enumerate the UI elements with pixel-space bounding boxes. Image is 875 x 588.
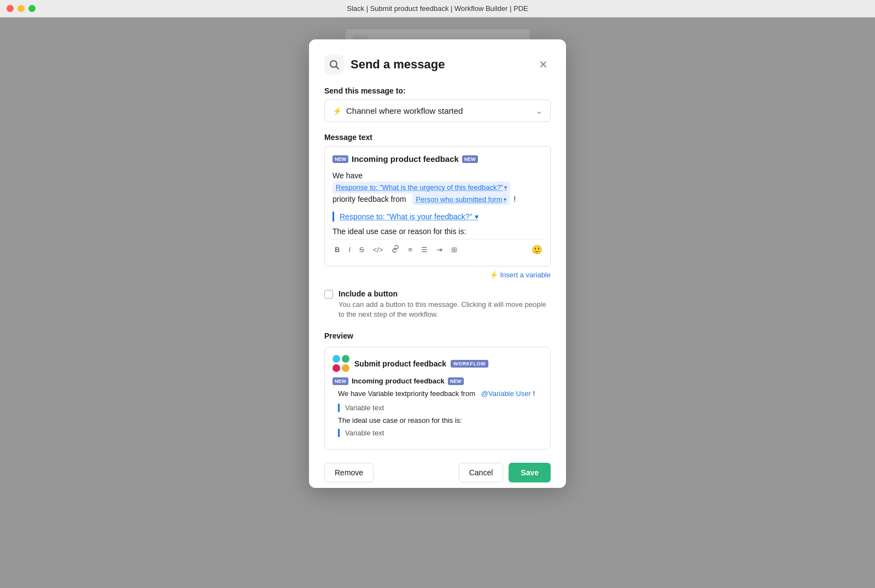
chevron-icon-2: ▾ (504, 195, 506, 203)
preview-new-badge: NEW (332, 377, 348, 385)
include-button-content: Include a button You can add a button to… (339, 289, 551, 319)
recipient-icon: ⚡ (332, 107, 342, 115)
preview-dot-red (332, 364, 340, 372)
preview-dot-blue (332, 355, 340, 363)
lightning-icon: ⚡ (489, 271, 498, 279)
variable-chip-2[interactable]: Person who submitted form ▾ (412, 194, 509, 206)
strikethrough-button[interactable]: S (357, 244, 366, 255)
new-badge-2: NEW (462, 155, 478, 163)
workflow-badge: WORKFLOW (451, 360, 488, 368)
emoji-button[interactable]: 🙂 (532, 244, 542, 255)
new-badge-1: NEW (332, 155, 348, 163)
toolbar-icons: B I S </> ≡ ☰ ⇥ ⊞ (332, 244, 459, 255)
modal-header: Send a message ✕ (324, 55, 551, 74)
preview-app-icons (332, 355, 350, 372)
preview-dot-yellow (342, 364, 349, 372)
code-button[interactable]: </> (371, 244, 386, 255)
modal-overlay[interactable]: Send a message ✕ Send this message to: ⚡… (0, 18, 875, 588)
preview-label: Preview (324, 331, 551, 340)
svg-line-1 (336, 67, 339, 69)
italic-button[interactable]: I (346, 244, 353, 255)
unordered-list-button[interactable]: ☰ (419, 244, 430, 255)
preview-plain-text: The ideal use case or reason for this is… (338, 416, 542, 424)
preview-blockquote-text: Variable text (345, 404, 384, 412)
preview-blockquote: Variable text (338, 404, 542, 412)
preview-body-text-content: We have Variable textpriority feedback f… (338, 389, 475, 398)
window-controls[interactable] (7, 5, 36, 12)
message-text-label: Message text (324, 133, 551, 142)
bold-button[interactable]: B (332, 244, 342, 255)
message-heading-text: Incoming product feedback (352, 154, 459, 164)
window-title: Slack | Submit product feedback | Workfl… (347, 4, 528, 13)
include-button-row: Include a button You can add a button to… (324, 289, 551, 319)
modal-footer: Remove Cancel Save (324, 463, 551, 482)
titlebar: Slack | Submit product feedback | Workfl… (0, 0, 875, 18)
close-modal-button[interactable]: ✕ (535, 57, 551, 72)
maximize-button[interactable] (28, 5, 36, 12)
message-plain-text: The ideal use case or reason for this is… (332, 227, 542, 236)
editor-toolbar: B I S </> ≡ ☰ ⇥ ⊞ 🙂 (332, 239, 542, 255)
send-message-modal: Send a message ✕ Send this message to: ⚡… (309, 39, 566, 488)
send-to-dropdown[interactable]: ⚡ Channel where workflow started ⌄ (324, 100, 551, 122)
preview-app-name: Submit product feedback (354, 359, 446, 368)
include-button-checkbox[interactable] (324, 290, 333, 299)
svg-point-0 (330, 61, 337, 67)
preview-variable-text2: Variable text (345, 429, 384, 437)
preview-box: Submit product feedback WORKFLOW NEW Inc… (324, 347, 551, 450)
block-button[interactable]: ⊞ (449, 244, 459, 255)
minimize-button[interactable] (18, 5, 25, 12)
recipient-text: Channel where workflow started (346, 106, 531, 115)
preview-blockquote-2: Variable text (338, 429, 542, 437)
preview-variable-user: @Variable User (481, 389, 531, 398)
send-to-label: Send this message to: (324, 86, 551, 95)
cancel-button[interactable]: Cancel (459, 463, 504, 482)
body-suffix: ! (514, 195, 516, 203)
preview-header: Submit product feedback WORKFLOW (332, 355, 542, 372)
insert-variable-button[interactable]: ⚡ Insert a variable (489, 271, 551, 279)
preview-new-badge-2: NEW (448, 377, 464, 385)
remove-button[interactable]: Remove (324, 463, 374, 482)
chevron-icon: ▾ (504, 183, 507, 191)
variable-chip-1[interactable]: Response to: "What is the urgency of thi… (332, 182, 510, 194)
message-editor[interactable]: NEW Incoming product feedback NEW We hav… (324, 146, 551, 266)
include-button-label: Include a button (339, 289, 551, 298)
ordered-list-button[interactable]: ≡ (406, 244, 415, 255)
blockquote-variable[interactable]: Response to: "What is your feedback?" ▾ (340, 212, 479, 221)
preview-body-text: We have Variable textpriority feedback f… (338, 388, 542, 399)
body-middle: priority feedback from (332, 195, 406, 203)
blockquote-area: Response to: "What is your feedback?" ▾ (332, 212, 542, 222)
link-button[interactable] (389, 244, 401, 255)
modal-header-icon (324, 55, 344, 74)
preview-exclamation: ! (533, 389, 535, 398)
body-prefix: We have (332, 171, 363, 180)
include-button-description: You can add a button to this message. Cl… (339, 300, 551, 319)
save-button[interactable]: Save (509, 463, 551, 482)
preview-body: We have Variable textpriority feedback f… (332, 388, 542, 437)
message-body: We have Response to: "What is the urgenc… (332, 170, 542, 205)
preview-message-row: NEW Incoming product feedback NEW (332, 377, 542, 385)
chevron-icon-3: ▾ (475, 212, 479, 221)
insert-variable-row: ⚡ Insert a variable (324, 270, 551, 280)
footer-right-buttons: Cancel Save (459, 463, 551, 482)
chevron-down-icon: ⌄ (535, 106, 542, 116)
message-heading-row: NEW Incoming product feedback NEW (332, 154, 542, 164)
close-button[interactable] (7, 5, 14, 12)
preview-message-title: Incoming product feedback (352, 377, 445, 385)
indent-button[interactable]: ⇥ (434, 244, 445, 255)
preview-dot-green (342, 355, 349, 363)
modal-title: Send a message (351, 57, 529, 72)
